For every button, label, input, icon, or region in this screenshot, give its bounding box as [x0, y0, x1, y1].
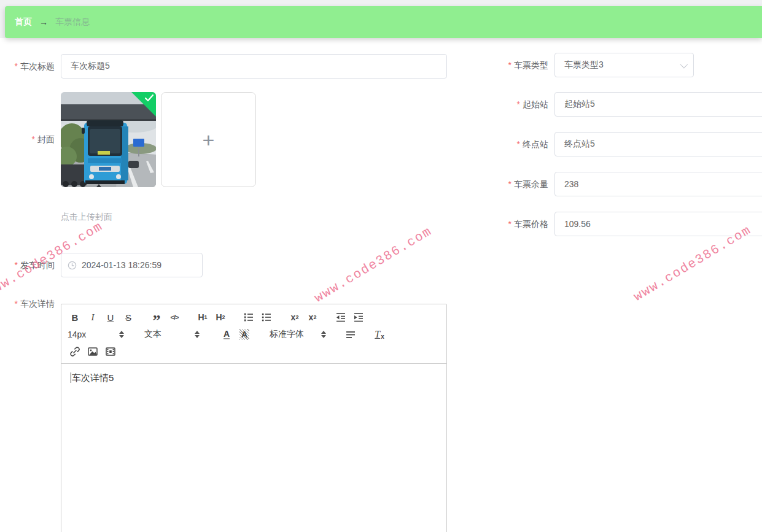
- clock-icon: [68, 261, 77, 270]
- tickets-remaining-input[interactable]: [554, 172, 762, 196]
- picker-arrows-icon: [321, 331, 326, 338]
- strikethrough-button[interactable]: S: [121, 310, 136, 325]
- picker-arrows-icon: [119, 331, 124, 338]
- editor-toolbar: B I U S ” </> H1 H2: [61, 304, 446, 364]
- cover-upload-hint: 点击上传封面: [61, 212, 112, 223]
- train-details-label: *车次详情: [0, 296, 55, 311]
- code-block-button[interactable]: </>: [167, 310, 182, 325]
- clear-format-button[interactable]: T x: [372, 327, 387, 342]
- required-mark: *: [32, 134, 35, 144]
- ordered-list-button[interactable]: [241, 310, 256, 325]
- required-mark: *: [15, 299, 18, 309]
- insert-video-button[interactable]: [103, 344, 118, 359]
- header-format-picker[interactable]: 文本: [144, 327, 200, 342]
- chevron-down-icon: [680, 60, 688, 68]
- required-mark: *: [517, 139, 520, 149]
- video-icon: [105, 346, 116, 357]
- start-station-input[interactable]: [554, 92, 762, 117]
- ticket-price-input[interactable]: [554, 212, 762, 236]
- editor-text: 车次详情5: [71, 372, 114, 383]
- clear-format-icon: T: [375, 329, 380, 340]
- required-mark: *: [517, 99, 520, 109]
- breadcrumb-home-link[interactable]: 首页: [15, 17, 32, 28]
- heading2-button[interactable]: H2: [213, 310, 228, 325]
- insert-image-button[interactable]: [85, 344, 100, 359]
- ticket-info-page: 首页 → 车票信息 *车次标题 *封面: [0, 0, 762, 532]
- font-size-picker[interactable]: 14px: [68, 327, 124, 342]
- ordered-list-icon: [243, 312, 254, 323]
- ticket-price-label: *车票价格: [488, 212, 548, 236]
- tickets-remaining-label: *车票余量: [488, 172, 548, 196]
- train-title-label: *车次标题: [0, 54, 55, 79]
- background-color-icon: A: [239, 329, 249, 340]
- ticket-type-label: *车票类型: [488, 53, 548, 77]
- toolbar-row-2: 14px 文本 A A 标准字体: [68, 326, 440, 342]
- cover-label: *封面: [0, 127, 55, 152]
- outdent-button[interactable]: [333, 310, 348, 325]
- required-mark: *: [15, 61, 18, 71]
- text-color-button[interactable]: A: [219, 327, 234, 342]
- bullet-list-icon: [261, 312, 272, 323]
- watermark: www.code386.com: [296, 215, 451, 315]
- font-size-value: 14px: [68, 330, 86, 339]
- link-icon: [69, 346, 80, 357]
- indent-button[interactable]: [351, 310, 366, 325]
- departure-time-picker[interactable]: 2024-01-13 18:26:59: [61, 253, 203, 277]
- picker-arrows-icon: [195, 331, 200, 338]
- heading1-button[interactable]: H1: [195, 310, 210, 325]
- cover-upload-button[interactable]: +: [161, 92, 256, 187]
- end-station-input[interactable]: [554, 132, 762, 156]
- font-family-value: 标准字体: [270, 329, 304, 340]
- required-mark: *: [508, 219, 511, 229]
- plus-icon: +: [203, 129, 215, 150]
- check-icon: [144, 94, 154, 102]
- ticket-type-value: 车票类型3: [564, 60, 604, 71]
- blockquote-button[interactable]: ”: [149, 310, 164, 325]
- breadcrumb-current: 车票信息: [55, 17, 90, 28]
- italic-button[interactable]: I: [85, 310, 100, 325]
- link-button[interactable]: [68, 344, 82, 359]
- cover-thumbnail[interactable]: [61, 92, 156, 187]
- image-icon: [87, 346, 98, 357]
- departure-time-value: 2024-01-13 18:26:59: [82, 260, 161, 270]
- end-station-label: *终点站: [488, 132, 548, 156]
- outdent-icon: [335, 312, 346, 323]
- required-mark: *: [508, 60, 511, 70]
- train-title-input[interactable]: [61, 54, 447, 79]
- align-button[interactable]: [343, 327, 358, 342]
- departure-time-label: *发车时间: [0, 253, 55, 277]
- toolbar-row-1: B I U S ” </> H1 H2: [68, 309, 440, 325]
- text-color-icon: A: [224, 330, 230, 339]
- required-mark: *: [508, 179, 511, 189]
- required-mark: *: [15, 260, 18, 270]
- editor-content[interactable]: 车次详情5: [61, 364, 446, 532]
- background-color-button[interactable]: A: [237, 327, 252, 342]
- font-family-picker[interactable]: 标准字体: [270, 327, 326, 342]
- bullet-list-button[interactable]: [259, 310, 274, 325]
- rich-text-editor: B I U S ” </> H1 H2: [61, 304, 447, 532]
- start-station-label: *起始站: [488, 92, 548, 117]
- subscript-button[interactable]: x2: [287, 310, 302, 325]
- underline-button[interactable]: U: [103, 310, 118, 325]
- superscript-button[interactable]: x2: [305, 310, 320, 325]
- toolbar-row-3: [68, 344, 440, 360]
- ticket-type-select[interactable]: 车票类型3: [554, 53, 694, 77]
- indent-icon: [353, 312, 364, 323]
- header-format-value: 文本: [144, 329, 161, 340]
- bold-button[interactable]: B: [68, 310, 82, 325]
- breadcrumb-arrow-icon: →: [39, 17, 48, 27]
- align-icon: [345, 329, 356, 340]
- breadcrumb: 首页 → 车票信息: [5, 6, 762, 38]
